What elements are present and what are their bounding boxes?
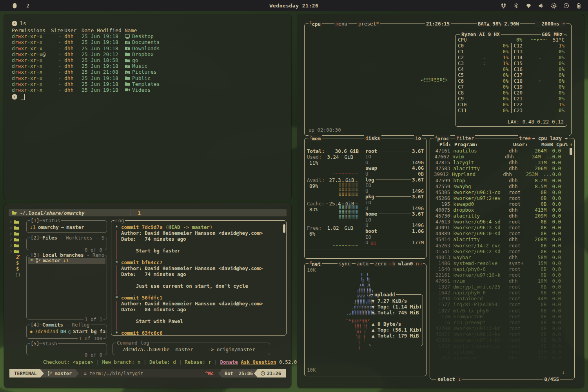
process-row[interactable]: 47559swaybgdhh8.5M0.0 — [432, 183, 568, 189]
log-commit-line[interactable]: * commit 7dc9d7a (HEAD -> master) — [115, 224, 282, 230]
process-row[interactable]: 1380btrfs-transactioroot0B0.0 — [432, 343, 568, 349]
log-commit-line[interactable]: * commit bf64cc7 — [115, 260, 282, 265]
workspace-indicator[interactable]: 2 — [26, 3, 29, 9]
process-row[interactable]: 45263kworker/14:2-everoot0B0.0 — [432, 243, 568, 249]
log-commit-line[interactable]: * commit 83fc6c6 — [115, 330, 282, 336]
process-row[interactable]: 42208kworker/u97:3-kcroot0B0.0 — [432, 325, 568, 331]
log-scrollbar[interactable] — [283, 224, 285, 233]
preset-button[interactable]: preset* — [357, 21, 380, 27]
process-row[interactable]: 47662nvimdhh34M..0.0 — [432, 154, 568, 160]
tree-button[interactable]: tree — [518, 135, 532, 141]
process-row[interactable]: 195kswapd0root0B0.0 — [432, 201, 568, 207]
tree-item-shell-script[interactable]: $ — [9, 260, 27, 266]
keybind-hint[interactable]: Delete: d — [149, 359, 176, 365]
branch-row-selected[interactable]: * master ↓1 — [28, 257, 105, 264]
process-row[interactable]: 43091kworker/u96:3-sdroot0B0.0 — [432, 225, 568, 230]
process-row[interactable]: 47661nvimdhh10M0.0 — [432, 278, 568, 284]
process-row[interactable]: 1794containerdroot44M0.0 — [432, 296, 568, 301]
filter-button[interactable]: filter — [455, 135, 475, 141]
iface-next-button[interactable]: n→ — [416, 261, 422, 267]
terminal-cursor[interactable] — [21, 94, 25, 100]
lazygit-commits-panel[interactable]: [4]─Commits - Reflog ◆ 7dc9d7ad DH ○ Sta… — [26, 325, 107, 339]
process-row[interactable]: 1843pipewiredhh10M0.0 — [432, 355, 568, 361]
process-row[interactable]: 45414alacrittydhh208M0.0 — [432, 236, 568, 242]
interval-increase[interactable]: + — [562, 21, 565, 27]
process-row[interactable]: 16rcu_preemptroot0B0.0 — [432, 319, 568, 325]
process-row[interactable]: 22161kworker/u97:10-kroot0B0.0 — [432, 272, 568, 278]
gauge-icon[interactable] — [563, 3, 569, 9]
tree-item-folder[interactable]: › — [9, 242, 27, 248]
proc-nav[interactable]: ← cpu lazy → — [531, 135, 569, 141]
proc-scrollbar[interactable] — [570, 148, 572, 155]
process-row[interactable]: 47599btopdhh8.2M0.0 — [432, 177, 568, 183]
iface-prev-button[interactable]: ←b — [389, 261, 395, 267]
core-percent: 0% — [497, 84, 509, 90]
header-program[interactable]: Program: — [451, 142, 513, 147]
log-commit-line[interactable]: * commit 56fdfc1 — [115, 295, 282, 301]
lazygit-status-panel[interactable]: [1]─Status ↓1omarchy→master — [26, 220, 107, 233]
bluetooth-icon[interactable] — [513, 3, 519, 9]
process-row[interactable]: 45266kworker/u97:2+evroot0B0.0 — [432, 195, 568, 201]
commit-row[interactable]: ◆ 7dc9d7ad DH ○ Start bg fa — [27, 328, 107, 334]
tree-item-zsh-file[interactable]: Z — [9, 254, 27, 260]
process-row[interactable]: 45305kworker/u96:1-coroot0B0.0 — [432, 189, 568, 195]
lazygit-files-panel[interactable]: [2]─Files - Worktrees - S 0 of 0 — [26, 238, 107, 250]
tree-item-folder[interactable]: › — [9, 236, 27, 242]
process-row[interactable]: 42389kworker/u97:4-btroot0B0.0 — [432, 337, 568, 343]
tree-item-folder[interactable]: › — [9, 248, 27, 254]
select-hint[interactable]: select ↓ — [436, 376, 462, 382]
scroll-down-icon[interactable]: ↓ — [562, 369, 565, 375]
lazygit-stash-panel[interactable]: [5]─Stash 0 of 0 — [26, 343, 107, 355]
process-row[interactable]: 47161nautilusdhh264M0.0 — [432, 148, 568, 154]
prompt-line-active[interactable]: › — [12, 94, 291, 100]
header-pid[interactable]: Pid: — [432, 142, 451, 147]
dropbox-icon[interactable] — [501, 3, 506, 9]
omarchy-logo-icon[interactable] — [12, 3, 18, 9]
tree-item-folder[interactable]: › — [9, 219, 27, 225]
chevron-right-icon: › — [9, 230, 13, 236]
tree-item-folder[interactable]: › — [9, 230, 27, 236]
net-sync-button[interactable]: sync — [338, 261, 352, 267]
keybind-hint[interactable]: New branch: n — [102, 359, 141, 365]
header-user[interactable]: User: — [513, 142, 534, 147]
tree-item-folder[interactable]: › — [9, 225, 27, 230]
net-auto-button[interactable]: auto — [356, 261, 370, 267]
ask-question-link[interactable]: Ask Question — [241, 359, 276, 365]
process-row[interactable]: 1327dmcrypt_write/25root0B0.0 — [432, 284, 568, 290]
process-row[interactable]: 1486systemd-resolvesyst+15M0.0 — [432, 260, 568, 266]
process-row[interactable]: 1827mt76-tx phy0root0B0.0 — [432, 308, 568, 314]
process-row[interactable]: 1642napi/phy0-0root0B0.0 — [432, 290, 568, 296]
scroll-up-icon[interactable]: ↑ — [570, 142, 573, 147]
process-row[interactable]: 1640napi/phy0-0root0B0.0 — [432, 266, 568, 272]
header-cpu[interactable]: Cpu% — [553, 142, 568, 147]
tree-item-shell-script[interactable]: $ — [9, 266, 27, 272]
lazygit-log-panel[interactable]: Log * commit 7dc9d7a (HEAD -> master)│ A… — [111, 220, 287, 336]
battery-icon[interactable] — [576, 3, 582, 9]
donate-link[interactable]: Donate — [220, 359, 238, 365]
lazygit-branches-panel[interactable]: [3]─Local branches - Remo * master ↓1 1 … — [26, 255, 107, 319]
process-row[interactable]: 1577irq/81-PIXA3854:root0B0.0 — [432, 301, 568, 307]
menu-button[interactable]: menu — [334, 21, 348, 27]
process-row[interactable]: 47815lazygitdhh31M0.0 — [432, 160, 568, 165]
process-row[interactable]: 44889kworker/u96:0-sdroot0B0.0 — [432, 230, 568, 236]
volume-icon[interactable] — [538, 3, 544, 9]
process-row[interactable]: 39912Hyprlanddhh253M...0.0 — [432, 171, 568, 177]
process-row[interactable]: 40075dropboxdhh413M0.0 — [432, 207, 568, 213]
tree-item-collapsed[interactable]: (1 — [9, 272, 27, 278]
process-row[interactable]: 40013waybardhh58M0.0 — [432, 254, 568, 260]
process-row[interactable]: 31541kworker/u96:2-sdroot0B0.0 — [432, 249, 568, 254]
net-zero-button[interactable]: zero — [374, 261, 388, 267]
process-row[interactable]: 176kcompactd0root0B0.0 — [432, 314, 568, 319]
process-row[interactable]: 1systemdroot13M0.0 — [432, 349, 568, 355]
keybind-hint[interactable]: Rebase: r — [185, 359, 211, 365]
process-row[interactable]: 45730alacrittydhh209M0.0 — [432, 213, 568, 219]
process-row[interactable]: 46072kworker/u98:2-kvroot0B0.0 — [432, 331, 568, 337]
process-row[interactable]: 47613kworker/u96:4-sdroot0B0.0 — [432, 219, 568, 225]
header-mem[interactable]: MemB — [534, 142, 553, 147]
keybind-hint[interactable]: Checkout: <space> — [43, 359, 93, 365]
process-row[interactable]: 47583alacrittydhh206M0.0 — [432, 165, 568, 171]
tab-1[interactable]: 1 — [138, 210, 141, 216]
chip-icon[interactable] — [551, 3, 557, 9]
wifi-icon[interactable] — [526, 3, 532, 9]
update-interval[interactable]: - 2000ms + — [535, 21, 566, 27]
